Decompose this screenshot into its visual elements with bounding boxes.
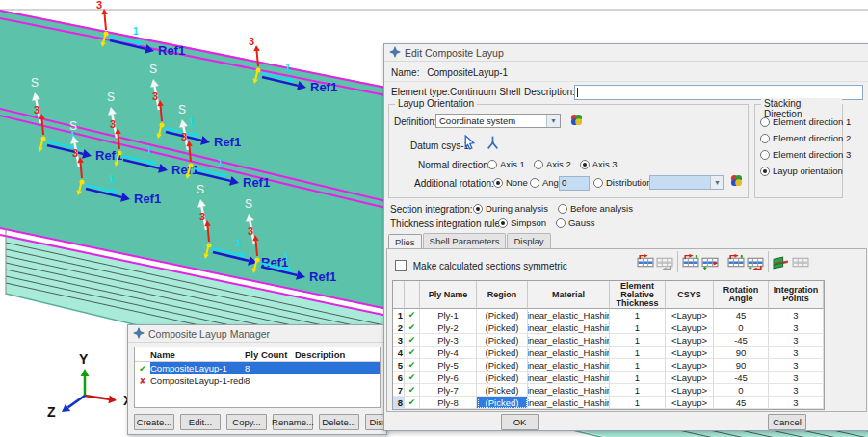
ply-material-cell[interactable]: linear_elastic_Hashin [528,372,610,384]
radio-during-analysis[interactable]: During analysis [473,203,548,214]
ply-name-cell[interactable]: Ply-1 [420,309,477,321]
ply-rotation-angle-cell[interactable]: 90 [714,347,769,359]
ply-column-header[interactable]: Region [477,281,528,309]
layup-list[interactable]: Name Ply Count Description ✔CompositeLay… [134,347,381,408]
rotation-angle-field[interactable]: 0 [559,176,590,191]
manager-copy-button[interactable]: Copy... [226,414,267,430]
ply-integration-points-cell[interactable]: 3 [769,359,824,372]
ply-integration-points-cell[interactable]: 3 [769,334,824,347]
cancel-button[interactable]: Cancel [768,414,806,430]
distribution-dropdown[interactable]: ▼ [649,175,724,190]
ply-region-cell[interactable]: (Picked) [477,321,528,334]
ply-integration-points-cell[interactable]: 3 [769,372,824,384]
layup-list-item[interactable]: ✔CompositeLayup-18 [135,362,380,374]
radio-gauss[interactable]: Gauss [556,218,594,228]
radio-simpson[interactable]: Simpson [498,218,546,228]
radio-rotation-distribution[interactable]: Distribution: [593,177,654,188]
ply-rotation-angle-cell[interactable]: 0 [714,321,769,334]
ply-integration-points-cell[interactable]: 3 [769,347,824,359]
radio-axis-2[interactable]: Axis 2 [534,159,571,169]
ply-thickness-cell[interactable]: 1 [610,397,666,409]
ply-active-check[interactable]: ✔ [405,334,420,347]
edit-dialog-titlebar[interactable]: Edit Composite Layup [384,44,868,62]
symmetric-checkbox[interactable]: Make calculated sections symmetric [395,260,567,271]
ply-column-header[interactable]: Element Relative Thickness [610,281,666,309]
ply-material-cell[interactable]: linear_elastic_Hashin [528,309,610,321]
ply-csys-cell[interactable]: <Layup> [666,384,714,397]
ok-button[interactable]: OK [501,414,539,430]
manager-delete-button[interactable]: Delete... [319,414,359,430]
ply-rotation-angle-cell[interactable]: -45 [714,372,769,384]
edit-distribution-icon[interactable] [729,173,744,190]
ply-csys-cell[interactable]: <Layup> [666,347,714,359]
column-name[interactable]: Name [150,349,245,360]
ply-material-cell[interactable]: linear_elastic_Hashin [528,334,610,347]
ply-name-cell[interactable]: Ply-4 [420,347,477,359]
ply-integration-points-cell[interactable]: 3 [769,384,824,397]
layup-list-item[interactable]: ✘CompositeLayup-1-reducer8 [135,374,380,387]
insert-ply-after-icon[interactable] [700,251,720,272]
definition-dropdown[interactable]: Coordinate system▼ [435,114,561,128]
ply-region-cell[interactable]: (Picked) [477,397,528,409]
ply-thickness-cell[interactable]: 1 [610,359,666,372]
ply-stack-icon[interactable] [772,251,791,272]
radio-element-direction-2[interactable]: Element direction 2 [760,133,851,143]
radio-axis-3[interactable]: Axis 3 [580,159,618,169]
copy-plies-icon[interactable] [636,251,655,272]
manager-edit-button[interactable]: Edit... [180,414,221,430]
ply-active-check[interactable]: ✔ [405,372,420,384]
ply-active-check[interactable]: ✔ [405,309,420,321]
ply-region-cell[interactable]: (Picked) [477,309,528,321]
ply-material-cell[interactable]: linear_elastic_Hashin [528,321,610,334]
ply-name-cell[interactable]: Ply-2 [420,321,477,334]
ply-rotation-angle-cell[interactable]: 45 [714,309,769,321]
insert-ply-before-icon[interactable] [681,251,700,272]
radio-element-direction-1[interactable]: Element direction 1 [760,116,851,127]
ply-csys-cell[interactable]: <Layup> [666,334,714,347]
move-ply-up-icon[interactable] [726,251,746,272]
ply-region-cell[interactable]: (Picked) [477,347,528,359]
ply-csys-cell[interactable]: <Layup> [666,397,714,409]
radio-axis-1[interactable]: Axis 1 [487,159,525,169]
ply-thickness-cell[interactable]: 1 [610,384,666,397]
ply-material-cell[interactable]: linear_elastic_Hashin [528,384,610,397]
ply-region-cell[interactable]: (Picked) [477,372,528,384]
radio-before-analysis[interactable]: Before analysis [558,203,633,214]
ply-integration-points-cell[interactable]: 3 [769,397,824,409]
chevron-down-icon[interactable]: ▼ [546,115,560,127]
ply-region-cell[interactable]: (Picked) [477,359,528,372]
ply-active-check[interactable]: ✔ [405,359,420,372]
manager-create-button[interactable]: Create... [134,414,174,430]
ply-material-cell[interactable]: linear_elastic_Hashin [528,359,610,372]
ply-csys-cell[interactable]: <Layup> [666,372,714,384]
ply-column-header[interactable]: Material [528,281,610,309]
ply-active-check[interactable]: ✔ [405,347,420,359]
tab-display[interactable]: Display [507,233,550,248]
ply-table[interactable]: Ply NameRegionMaterialElement Relative T… [392,280,825,410]
tab-plies[interactable]: Plies [388,234,422,249]
ply-region-cell[interactable]: (Picked) [477,384,528,397]
ply-material-cell[interactable]: linear_elastic_Hashin [528,347,610,359]
ply-thickness-cell[interactable]: 1 [610,372,666,384]
manager-titlebar[interactable]: Composite Layup Manager [128,325,386,343]
datum-axes-icon[interactable] [486,135,500,152]
ply-thickness-cell[interactable]: 1 [610,334,666,347]
radio-layup-orientation[interactable]: Layup orientation [760,166,851,176]
ply-name-cell[interactable]: Ply-8 [420,397,477,409]
tab-shell-parameters[interactable]: Shell Parameters [423,233,507,248]
ply-active-check[interactable]: ✔ [405,384,420,397]
column-description[interactable]: Description [295,349,345,360]
ply-thickness-cell[interactable]: 1 [610,309,666,321]
ply-name-cell[interactable]: Ply-5 [420,359,477,372]
ply-column-header[interactable]: CSYS [666,281,714,309]
ply-rotation-angle-cell[interactable]: -45 [714,334,769,347]
manager-rename-button[interactable]: Rename... [273,414,313,430]
move-ply-down-icon[interactable] [746,251,765,272]
ply-name-cell[interactable]: Ply-7 [420,384,477,397]
ply-material-cell[interactable]: linear_elastic_Hashin [528,397,610,409]
ply-active-check[interactable]: ✔ [405,397,420,409]
ply-rotation-angle-cell[interactable]: 90 [714,359,769,372]
chevron-down-icon[interactable]: ▼ [710,176,723,189]
ply-rotation-angle-cell[interactable]: 0 [714,384,769,397]
ply-rotation-angle-cell[interactable]: 45 [714,397,769,409]
